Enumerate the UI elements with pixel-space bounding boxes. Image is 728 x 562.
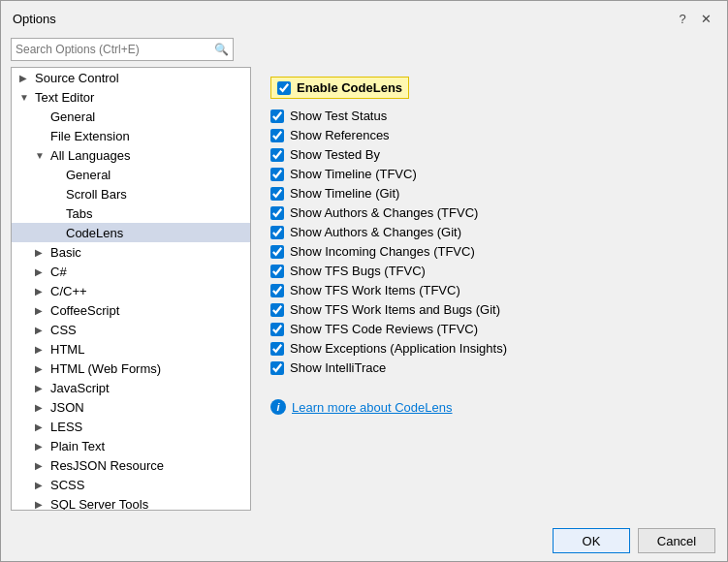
tree-item-plain-text[interactable]: ▶Plain Text bbox=[12, 436, 250, 455]
search-input[interactable] bbox=[16, 43, 214, 56]
expand-icon-coffeescript: ▶ bbox=[35, 305, 50, 316]
close-button[interactable]: ✕ bbox=[696, 9, 715, 28]
show-authors-changes-git-label[interactable]: Show Authors & Changes (Git) bbox=[290, 225, 461, 239]
search-input-wrap[interactable]: 🔍 bbox=[11, 38, 234, 61]
tree-item-resjson-resource[interactable]: ▶ResJSON Resource bbox=[12, 455, 250, 475]
search-bar: 🔍 bbox=[1, 32, 727, 67]
expand-icon-cpp: ▶ bbox=[35, 286, 50, 297]
tree-label-plain-text: Plain Text bbox=[50, 439, 105, 453]
show-intellitrace-checkbox[interactable] bbox=[270, 361, 284, 375]
option-item-show-tfs-bugs-tfvc: Show TFS Bugs (TFVC) bbox=[270, 264, 704, 278]
show-tfs-bugs-tfvc-label[interactable]: Show TFS Bugs (TFVC) bbox=[290, 264, 426, 278]
tree-label-source-control: Source Control bbox=[35, 71, 119, 85]
expand-icon-plain-text: ▶ bbox=[35, 441, 50, 452]
tree-item-sql-server-tools[interactable]: ▶SQL Server Tools bbox=[12, 494, 250, 511]
tree-label-sql-server-tools: SQL Server Tools bbox=[50, 497, 148, 512]
tree-item-general-sub[interactable]: General bbox=[12, 165, 250, 184]
show-timeline-git-checkbox[interactable] bbox=[270, 187, 284, 201]
tree-label-codelens: CodeLens bbox=[66, 226, 123, 240]
show-tfs-code-reviews-tfvc-checkbox[interactable] bbox=[270, 323, 284, 336]
learn-more-link[interactable]: Learn more about CodeLens bbox=[292, 400, 453, 415]
show-exceptions-ai-checkbox[interactable] bbox=[270, 342, 284, 356]
tree-item-cpp[interactable]: ▶C/C++ bbox=[12, 281, 250, 300]
enable-codelens-label[interactable]: Enable CodeLens bbox=[297, 80, 402, 95]
tree-label-scroll-bars: Scroll Bars bbox=[66, 187, 127, 202]
show-tfs-work-items-bugs-git-label[interactable]: Show TFS Work Items and Bugs (Git) bbox=[290, 302, 500, 317]
tree-item-less[interactable]: ▶LESS bbox=[12, 417, 250, 436]
tree-item-general-top[interactable]: General bbox=[12, 107, 250, 126]
show-tfs-work-items-tfvc-label[interactable]: Show TFS Work Items (TFVC) bbox=[290, 283, 460, 297]
option-item-show-test-status: Show Test Status bbox=[270, 109, 704, 123]
show-authors-changes-git-checkbox[interactable] bbox=[270, 226, 284, 239]
tree-item-csharp[interactable]: ▶C# bbox=[12, 262, 250, 281]
show-timeline-tfvc-checkbox[interactable] bbox=[270, 168, 284, 181]
tree-item-basic[interactable]: ▶Basic bbox=[12, 242, 250, 262]
expand-icon-basic: ▶ bbox=[35, 247, 50, 258]
show-tfs-work-items-bugs-git-checkbox[interactable] bbox=[270, 303, 284, 317]
tree-label-all-languages: All Languages bbox=[50, 148, 130, 163]
show-incoming-changes-tfvc-label[interactable]: Show Incoming Changes (TFVC) bbox=[290, 244, 475, 259]
title-bar: Options ? ✕ bbox=[1, 1, 727, 32]
tree-label-coffeescript: CoffeeScript bbox=[50, 303, 119, 318]
show-tfs-bugs-tfvc-checkbox[interactable] bbox=[270, 265, 284, 278]
tree-item-css[interactable]: ▶CSS bbox=[12, 320, 250, 339]
tree-item-tabs[interactable]: Tabs bbox=[12, 203, 250, 223]
option-item-show-intellitrace: Show IntelliTrace bbox=[270, 360, 704, 375]
tree-item-codelens[interactable]: CodeLens bbox=[12, 223, 250, 242]
show-tfs-code-reviews-tfvc-label[interactable]: Show TFS Code Reviews (TFVC) bbox=[290, 322, 478, 336]
tree-item-source-control[interactable]: ▶Source Control bbox=[12, 68, 250, 87]
expand-icon-sql-server-tools: ▶ bbox=[35, 499, 50, 510]
show-intellitrace-label[interactable]: Show IntelliTrace bbox=[290, 360, 386, 375]
expand-icon-json: ▶ bbox=[35, 402, 50, 413]
tree-label-resjson-resource: ResJSON Resource bbox=[50, 458, 164, 473]
title-bar-buttons: ? ✕ bbox=[673, 9, 715, 28]
show-tested-by-label[interactable]: Show Tested By bbox=[290, 147, 380, 162]
option-item-show-timeline-tfvc: Show Timeline (TFVC) bbox=[270, 167, 704, 181]
tree-item-all-languages[interactable]: ▼All Languages bbox=[12, 145, 250, 165]
tree-panel[interactable]: ▶Source Control▼Text EditorGeneralFile E… bbox=[11, 67, 251, 511]
tree-item-javascript[interactable]: ▶JavaScript bbox=[12, 378, 250, 397]
tree-label-tabs: Tabs bbox=[66, 206, 92, 221]
enable-codelens-wrap[interactable]: Enable CodeLens bbox=[270, 77, 409, 99]
tree-item-text-editor[interactable]: ▼Text Editor bbox=[12, 87, 250, 107]
show-authors-changes-tfvc-label[interactable]: Show Authors & Changes (TFVC) bbox=[290, 205, 478, 220]
tree-label-file-extension: File Extension bbox=[50, 129, 130, 143]
tree-item-scroll-bars[interactable]: Scroll Bars bbox=[12, 184, 250, 203]
option-item-show-exceptions-ai: Show Exceptions (Application Insights) bbox=[270, 341, 704, 356]
show-authors-changes-tfvc-checkbox[interactable] bbox=[270, 206, 284, 220]
tree-label-json: JSON bbox=[50, 400, 84, 415]
show-tfs-work-items-tfvc-checkbox[interactable] bbox=[270, 284, 284, 297]
option-item-show-references: Show References bbox=[270, 128, 704, 142]
show-exceptions-ai-label[interactable]: Show Exceptions (Application Insights) bbox=[290, 341, 507, 356]
show-test-status-label[interactable]: Show Test Status bbox=[290, 109, 387, 123]
expand-icon-source-control: ▶ bbox=[19, 73, 35, 83]
show-references-checkbox[interactable] bbox=[270, 129, 284, 142]
show-tested-by-checkbox[interactable] bbox=[270, 148, 284, 162]
ok-button[interactable]: OK bbox=[553, 528, 630, 553]
option-item-show-incoming-changes-tfvc: Show Incoming Changes (TFVC) bbox=[270, 244, 704, 259]
tree-item-html-web-forms[interactable]: ▶HTML (Web Forms) bbox=[12, 359, 250, 378]
show-timeline-git-label[interactable]: Show Timeline (Git) bbox=[290, 186, 399, 201]
show-incoming-changes-tfvc-checkbox[interactable] bbox=[270, 245, 284, 259]
tree-label-scss: SCSS bbox=[50, 478, 84, 492]
show-references-label[interactable]: Show References bbox=[290, 128, 390, 142]
option-item-show-tfs-work-items-tfvc: Show TFS Work Items (TFVC) bbox=[270, 283, 704, 297]
tree-item-file-extension[interactable]: File Extension bbox=[12, 126, 250, 145]
expand-icon-resjson-resource: ▶ bbox=[35, 460, 50, 471]
tree-label-general-sub: General bbox=[66, 168, 111, 182]
show-test-status-checkbox[interactable] bbox=[270, 109, 284, 123]
tree-label-text-editor: Text Editor bbox=[35, 90, 94, 105]
tree-item-coffeescript[interactable]: ▶CoffeeScript bbox=[12, 300, 250, 320]
content-panel: Enable CodeLens Show Test StatusShow Ref… bbox=[257, 67, 717, 511]
cancel-button[interactable]: Cancel bbox=[638, 528, 715, 553]
enable-codelens-checkbox[interactable] bbox=[277, 81, 291, 95]
tree-item-html[interactable]: ▶HTML bbox=[12, 339, 250, 359]
option-item-show-tfs-code-reviews-tfvc: Show TFS Code Reviews (TFVC) bbox=[270, 322, 704, 336]
help-button[interactable]: ? bbox=[673, 9, 692, 28]
tree-label-css: CSS bbox=[50, 323, 77, 337]
learn-more-section: i Learn more about CodeLens bbox=[270, 399, 704, 415]
tree-item-json[interactable]: ▶JSON bbox=[12, 397, 250, 417]
tree-item-scss[interactable]: ▶SCSS bbox=[12, 475, 250, 494]
show-timeline-tfvc-label[interactable]: Show Timeline (TFVC) bbox=[290, 167, 417, 181]
expand-icon-css: ▶ bbox=[35, 325, 50, 335]
